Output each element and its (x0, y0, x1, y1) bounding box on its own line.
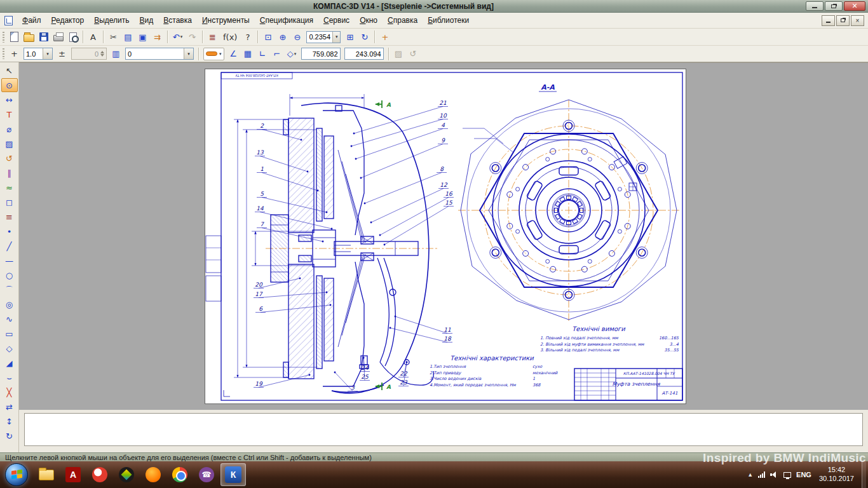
callout-22[interactable]: 22 (400, 370, 408, 377)
tool-dimensions[interactable]: ↔ (1, 93, 18, 107)
tool-area-select[interactable]: ◻ (1, 195, 18, 209)
zoom-sheet-button[interactable]: ⊞ (342, 30, 357, 44)
property-panel-content[interactable] (24, 413, 863, 446)
round-step-button[interactable]: ± (55, 47, 69, 61)
menu-item-4[interactable]: Вид (135, 14, 159, 27)
callout-12[interactable]: 12 (440, 182, 448, 188)
hidden-icons-arrow[interactable]: ▲ (747, 471, 753, 478)
angle-field[interactable]: 0 (71, 48, 107, 60)
line-style-button[interactable]: ▾ (203, 48, 224, 60)
callout-18[interactable]: 18 (444, 336, 452, 342)
drawing-canvas[interactable]: КП.ААТ-141028.004 ЧН ТУ (205, 69, 686, 404)
spinner-icon[interactable] (100, 49, 104, 58)
menu-item-6[interactable]: Инструменты (197, 14, 255, 27)
menu-item-2[interactable]: Редактор (46, 14, 90, 27)
tool-rectangle[interactable]: ▭ (1, 327, 18, 341)
mdi-restore-button[interactable] (836, 15, 850, 26)
show-desktop-button[interactable] (862, 461, 866, 488)
callout-20[interactable]: 20 (255, 281, 263, 288)
menu-item-3[interactable]: Выделить (89, 14, 134, 27)
tool-annotations[interactable]: Т (1, 107, 18, 121)
restore-button[interactable] (825, 1, 843, 11)
dropdown-arrow-icon[interactable]: ▾ (180, 34, 183, 39)
tool-segment[interactable]: — (1, 254, 18, 268)
callout-15[interactable]: 15 (445, 200, 453, 206)
tool-measure[interactable]: ≈ (1, 180, 18, 194)
ortho-button[interactable]: ⌐ (270, 47, 285, 61)
coord-y-field[interactable]: 243.094 (344, 48, 384, 60)
menu-item-8[interactable]: Сервис (318, 14, 355, 27)
pan-button[interactable]: + (377, 30, 392, 44)
callout-4[interactable]: 4 (441, 122, 445, 128)
taskbar-chrome[interactable] (167, 463, 193, 486)
zoom-scale-combo[interactable]: 0.2354▾ (306, 31, 341, 43)
taskbar-kompas[interactable] (220, 463, 246, 486)
tool-arc[interactable]: ⌒ (1, 283, 18, 297)
signal-bars-icon[interactable] (758, 471, 765, 478)
variables-button[interactable]: f(x) (220, 30, 240, 44)
callout-19[interactable]: 19 (255, 381, 263, 387)
callout-17[interactable]: 17 (255, 291, 263, 297)
save-button[interactable] (36, 30, 51, 44)
taskbar-browser[interactable] (87, 463, 112, 486)
menu-item-7[interactable]: Спецификация (255, 14, 318, 27)
tool-polygon[interactable]: ◇ (1, 341, 18, 355)
tool-diameter-dim[interactable]: ⌀ (1, 122, 18, 136)
tool-point[interactable]: • (1, 224, 18, 238)
titlebar[interactable]: КОМПАС-3D V14 - [Stseplenie ->Системный … (0, 0, 868, 13)
open-button[interactable] (22, 30, 36, 44)
menu-item-10[interactable]: Справка (383, 14, 423, 27)
angle-snap-button[interactable]: ∠ (226, 47, 241, 61)
tool-specification[interactable]: ≡ (1, 210, 18, 224)
copy-button[interactable]: ▤ (121, 30, 135, 44)
dropdown-arrow-icon[interactable]: ▾ (332, 32, 340, 43)
selection-mode-button[interactable]: ▨ (391, 47, 406, 61)
tool-parametrize[interactable]: ∥ (1, 166, 18, 180)
zoom-out-button[interactable]: ⊖ (290, 30, 304, 44)
dropdown-arrow-icon[interactable]: ▾ (294, 51, 297, 57)
menu-item-11[interactable]: Библиотеки (423, 14, 474, 27)
copy-properties-button[interactable]: ⇉ (150, 30, 165, 44)
coord-x-field[interactable]: 759.082 (301, 48, 341, 60)
tool-ellipse[interactable]: ◎ (1, 297, 18, 311)
volume-icon[interactable] (770, 471, 778, 478)
cursor-step-button[interactable]: + (7, 47, 22, 61)
tool-aux-line[interactable]: ╱ (1, 239, 18, 253)
menu-item-1[interactable]: Файл (17, 14, 46, 27)
dropdown-arrow-icon[interactable]: ▾ (219, 51, 222, 57)
taskbar-viber[interactable] (194, 463, 219, 486)
print-button[interactable] (51, 30, 65, 44)
paste-button[interactable]: ▣ (135, 30, 150, 44)
zoom-area-button[interactable]: ⊡ (261, 30, 275, 44)
tool-trim[interactable]: ╳ (1, 385, 18, 399)
callout-13[interactable]: 13 (256, 149, 264, 156)
toolbar-grip[interactable] (3, 32, 4, 43)
callout-1[interactable]: 1 (260, 166, 264, 172)
dropdown-arrow-icon[interactable]: ▾ (184, 48, 193, 59)
layers-button[interactable]: ▥ (109, 47, 123, 61)
callout-11[interactable]: 11 (444, 327, 451, 333)
document-icon[interactable] (4, 16, 13, 25)
mdi-minimize-button[interactable] (822, 15, 835, 26)
edit-mode-button[interactable]: ↺ (406, 47, 421, 61)
context-help-button[interactable]: ? (240, 30, 255, 44)
tool-spline[interactable]: ∿ (1, 312, 18, 326)
grid-button[interactable]: ▦ (241, 47, 255, 61)
taskbar-adobe[interactable] (60, 463, 86, 486)
start-button[interactable] (5, 463, 28, 486)
refresh-view-button[interactable]: ↻ (357, 30, 372, 44)
mdi-close-button[interactable]: × (851, 15, 864, 26)
zoom-in-button[interactable]: ⊕ (275, 30, 290, 44)
document-properties-button[interactable]: А (86, 30, 100, 44)
sheet[interactable]: КП.ААТ-141028.004 ЧН ТУ (205, 69, 686, 404)
menu-item-5[interactable]: Вставка (158, 14, 197, 27)
tool-circle[interactable]: ○ (1, 268, 18, 282)
tool-hatch[interactable]: ▨ (1, 137, 18, 151)
taskbar-avast[interactable] (140, 463, 166, 486)
snaps-button[interactable]: ◇▾ (285, 47, 299, 61)
clock[interactable]: 15:42 30.10.2017 (817, 466, 857, 484)
callout-24[interactable]: 24 (361, 365, 369, 371)
cut-button[interactable]: ✂ (106, 30, 121, 44)
taskbar-avg[interactable] (114, 463, 139, 486)
callout-23[interactable]: 23 (400, 379, 408, 386)
